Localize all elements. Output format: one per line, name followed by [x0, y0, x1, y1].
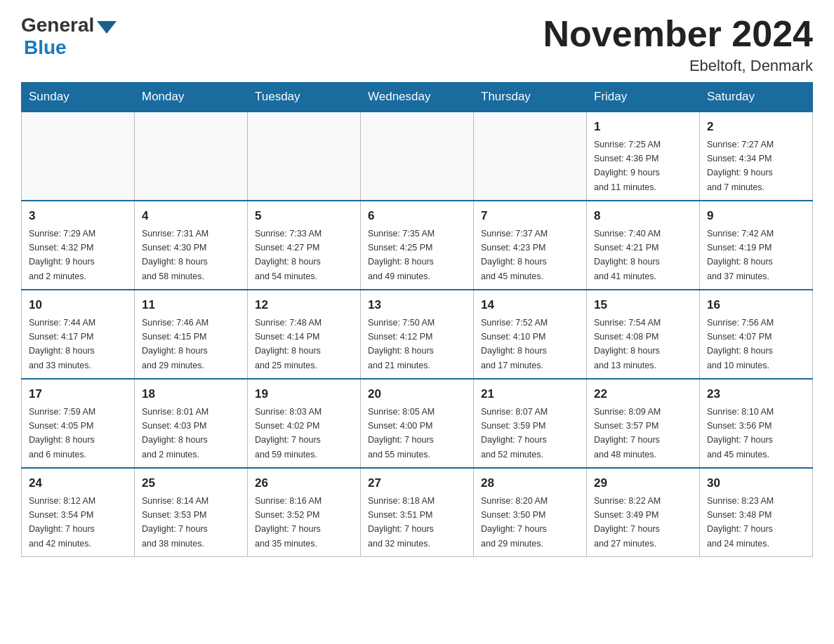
day-number: 23 — [707, 385, 805, 403]
day-sun-info: Sunrise: 8:09 AM Sunset: 3:57 PM Dayligh… — [594, 407, 661, 459]
day-sun-info: Sunrise: 7:46 AM Sunset: 4:15 PM Dayligh… — [142, 318, 208, 370]
calendar-cell: 28Sunrise: 8:20 AM Sunset: 3:50 PM Dayli… — [474, 468, 587, 557]
calendar-cell: 16Sunrise: 7:56 AM Sunset: 4:07 PM Dayli… — [700, 290, 813, 379]
day-number: 21 — [481, 385, 579, 403]
day-number: 17 — [29, 385, 127, 403]
calendar-cell: 8Sunrise: 7:40 AM Sunset: 4:21 PM Daylig… — [587, 201, 700, 290]
day-number: 4 — [142, 207, 240, 225]
day-sun-info: Sunrise: 7:44 AM Sunset: 4:17 PM Dayligh… — [29, 318, 95, 370]
day-number: 27 — [368, 474, 466, 492]
calendar-cell: 19Sunrise: 8:03 AM Sunset: 4:02 PM Dayli… — [248, 379, 361, 468]
calendar-week-row: 17Sunrise: 7:59 AM Sunset: 4:05 PM Dayli… — [22, 379, 813, 468]
calendar-cell: 26Sunrise: 8:16 AM Sunset: 3:52 PM Dayli… — [248, 468, 361, 557]
day-number: 8 — [594, 207, 692, 225]
day-number: 14 — [481, 296, 579, 314]
day-number: 30 — [707, 474, 805, 492]
day-sun-info: Sunrise: 8:20 AM Sunset: 3:50 PM Dayligh… — [481, 496, 548, 549]
day-sun-info: Sunrise: 7:27 AM Sunset: 4:34 PM Dayligh… — [707, 140, 774, 192]
day-number: 28 — [481, 474, 579, 492]
day-sun-info: Sunrise: 8:07 AM Sunset: 3:59 PM Dayligh… — [481, 407, 548, 459]
day-sun-info: Sunrise: 7:54 AM Sunset: 4:08 PM Dayligh… — [594, 318, 661, 370]
weekday-header-tuesday: Tuesday — [248, 83, 361, 112]
weekday-header-saturday: Saturday — [700, 83, 813, 112]
calendar-cell: 13Sunrise: 7:50 AM Sunset: 4:12 PM Dayli… — [361, 290, 474, 379]
calendar-cell: 12Sunrise: 7:48 AM Sunset: 4:14 PM Dayli… — [248, 290, 361, 379]
calendar-cell: 29Sunrise: 8:22 AM Sunset: 3:49 PM Dayli… — [587, 468, 700, 557]
calendar-cell — [474, 112, 587, 201]
calendar-cell — [361, 112, 474, 201]
calendar-cell: 10Sunrise: 7:44 AM Sunset: 4:17 PM Dayli… — [22, 290, 135, 379]
calendar-cell: 4Sunrise: 7:31 AM Sunset: 4:30 PM Daylig… — [135, 201, 248, 290]
weekday-header-monday: Monday — [135, 83, 248, 112]
calendar-week-row: 24Sunrise: 8:12 AM Sunset: 3:54 PM Dayli… — [22, 468, 813, 557]
day-number: 9 — [707, 207, 805, 225]
calendar-week-row: 3Sunrise: 7:29 AM Sunset: 4:32 PM Daylig… — [22, 201, 813, 290]
day-number: 7 — [481, 207, 579, 225]
calendar-cell: 3Sunrise: 7:29 AM Sunset: 4:32 PM Daylig… — [22, 201, 135, 290]
day-sun-info: Sunrise: 8:22 AM Sunset: 3:49 PM Dayligh… — [594, 496, 661, 549]
day-number: 13 — [368, 296, 466, 314]
month-title: November 2024 — [543, 14, 813, 54]
day-number: 2 — [707, 118, 805, 136]
day-number: 15 — [594, 296, 692, 314]
calendar-week-row: 10Sunrise: 7:44 AM Sunset: 4:17 PM Dayli… — [22, 290, 813, 379]
logo-triangle-icon — [97, 21, 117, 34]
calendar-cell: 14Sunrise: 7:52 AM Sunset: 4:10 PM Dayli… — [474, 290, 587, 379]
day-number: 24 — [29, 474, 127, 492]
day-sun-info: Sunrise: 7:33 AM Sunset: 4:27 PM Dayligh… — [255, 229, 322, 281]
day-number: 22 — [594, 385, 692, 403]
calendar-table: SundayMondayTuesdayWednesdayThursdayFrid… — [21, 82, 813, 557]
day-sun-info: Sunrise: 7:48 AM Sunset: 4:14 PM Dayligh… — [255, 318, 322, 370]
calendar-cell: 17Sunrise: 7:59 AM Sunset: 4:05 PM Dayli… — [22, 379, 135, 468]
day-number: 11 — [142, 296, 240, 314]
day-sun-info: Sunrise: 8:10 AM Sunset: 3:56 PM Dayligh… — [707, 407, 774, 459]
calendar-week-row: 1Sunrise: 7:25 AM Sunset: 4:36 PM Daylig… — [22, 112, 813, 201]
day-sun-info: Sunrise: 7:59 AM Sunset: 4:05 PM Dayligh… — [29, 407, 95, 459]
day-number: 26 — [255, 474, 353, 492]
day-sun-info: Sunrise: 7:56 AM Sunset: 4:07 PM Dayligh… — [707, 318, 774, 370]
day-sun-info: Sunrise: 7:31 AM Sunset: 4:30 PM Dayligh… — [142, 229, 208, 281]
calendar-cell: 6Sunrise: 7:35 AM Sunset: 4:25 PM Daylig… — [361, 201, 474, 290]
weekday-header-thursday: Thursday — [474, 83, 587, 112]
day-number: 5 — [255, 207, 353, 225]
calendar-cell — [248, 112, 361, 201]
day-number: 25 — [142, 474, 240, 492]
day-sun-info: Sunrise: 7:29 AM Sunset: 4:32 PM Dayligh… — [29, 229, 95, 281]
day-number: 18 — [142, 385, 240, 403]
calendar-cell: 11Sunrise: 7:46 AM Sunset: 4:15 PM Dayli… — [135, 290, 248, 379]
weekday-header-row: SundayMondayTuesdayWednesdayThursdayFrid… — [22, 83, 813, 112]
day-sun-info: Sunrise: 7:42 AM Sunset: 4:19 PM Dayligh… — [707, 229, 774, 281]
logo-general-text: General — [21, 14, 94, 36]
weekday-header-friday: Friday — [587, 83, 700, 112]
calendar-cell — [135, 112, 248, 201]
day-number: 6 — [368, 207, 466, 225]
calendar-cell — [22, 112, 135, 201]
logo: General Blue — [21, 14, 117, 59]
calendar-cell: 5Sunrise: 7:33 AM Sunset: 4:27 PM Daylig… — [248, 201, 361, 290]
day-number: 16 — [707, 296, 805, 314]
day-sun-info: Sunrise: 8:12 AM Sunset: 3:54 PM Dayligh… — [29, 496, 95, 549]
day-sun-info: Sunrise: 7:37 AM Sunset: 4:23 PM Dayligh… — [481, 229, 548, 281]
calendar-cell: 18Sunrise: 8:01 AM Sunset: 4:03 PM Dayli… — [135, 379, 248, 468]
day-sun-info: Sunrise: 8:03 AM Sunset: 4:02 PM Dayligh… — [255, 407, 322, 459]
day-sun-info: Sunrise: 7:35 AM Sunset: 4:25 PM Dayligh… — [368, 229, 435, 281]
calendar-cell: 7Sunrise: 7:37 AM Sunset: 4:23 PM Daylig… — [474, 201, 587, 290]
calendar-cell: 23Sunrise: 8:10 AM Sunset: 3:56 PM Dayli… — [700, 379, 813, 468]
calendar-cell: 2Sunrise: 7:27 AM Sunset: 4:34 PM Daylig… — [700, 112, 813, 201]
day-sun-info: Sunrise: 8:23 AM Sunset: 3:48 PM Dayligh… — [707, 496, 774, 549]
calendar-cell: 25Sunrise: 8:14 AM Sunset: 3:53 PM Dayli… — [135, 468, 248, 557]
calendar-cell: 21Sunrise: 8:07 AM Sunset: 3:59 PM Dayli… — [474, 379, 587, 468]
calendar-cell: 24Sunrise: 8:12 AM Sunset: 3:54 PM Dayli… — [22, 468, 135, 557]
calendar-cell: 9Sunrise: 7:42 AM Sunset: 4:19 PM Daylig… — [700, 201, 813, 290]
day-sun-info: Sunrise: 8:14 AM Sunset: 3:53 PM Dayligh… — [142, 496, 208, 549]
day-sun-info: Sunrise: 8:18 AM Sunset: 3:51 PM Dayligh… — [368, 496, 435, 549]
location-label: Ebeltoft, Denmark — [543, 57, 813, 75]
calendar-cell: 20Sunrise: 8:05 AM Sunset: 4:00 PM Dayli… — [361, 379, 474, 468]
weekday-header-wednesday: Wednesday — [361, 83, 474, 112]
day-sun-info: Sunrise: 8:05 AM Sunset: 4:00 PM Dayligh… — [368, 407, 435, 459]
page-header: General Blue November 2024 Ebeltoft, Den… — [21, 14, 813, 75]
day-sun-info: Sunrise: 7:52 AM Sunset: 4:10 PM Dayligh… — [481, 318, 548, 370]
day-number: 19 — [255, 385, 353, 403]
weekday-header-sunday: Sunday — [22, 83, 135, 112]
day-number: 1 — [594, 118, 692, 136]
